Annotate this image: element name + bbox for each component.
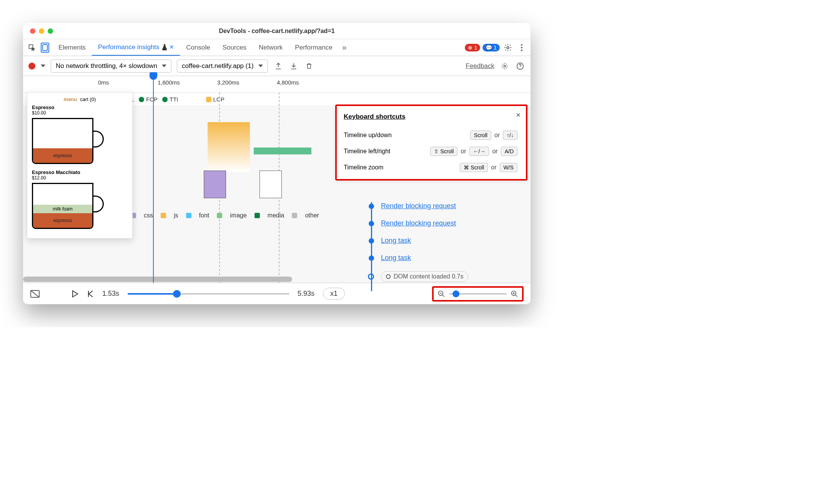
throttle-select[interactable]: No network throttling, 4× slowdown bbox=[51, 60, 171, 73]
inspect-icon[interactable] bbox=[26, 42, 38, 53]
screenshot-thumb[interactable] bbox=[204, 171, 226, 198]
legend-label: other bbox=[305, 212, 319, 219]
cup-foam-label: milk foam bbox=[33, 205, 92, 213]
throttle-label: No network throttling, 4× slowdown bbox=[56, 62, 157, 70]
tab-elements[interactable]: Elements bbox=[52, 39, 92, 56]
insight-item[interactable]: Render blocking request bbox=[381, 219, 531, 227]
horizontal-scrollbar[interactable] bbox=[23, 277, 292, 282]
or-text: or bbox=[492, 148, 497, 155]
marker-circle-icon bbox=[139, 97, 144, 102]
help-icon[interactable] bbox=[515, 61, 525, 71]
track-block[interactable] bbox=[208, 122, 250, 172]
tick-label: 0ms bbox=[98, 79, 109, 86]
device-toggle-icon[interactable] bbox=[41, 43, 49, 53]
flask-icon bbox=[162, 44, 167, 50]
tab-sources[interactable]: Sources bbox=[216, 39, 253, 56]
insight-item[interactable]: DOM content loaded 0.7s bbox=[381, 271, 531, 282]
cup-fill-label: espresso bbox=[33, 213, 92, 228]
import-icon[interactable] bbox=[289, 61, 299, 71]
tab-label: Elements bbox=[58, 44, 86, 51]
speed-toggle[interactable]: x1 bbox=[323, 288, 345, 300]
kebab-menu-icon[interactable] bbox=[516, 42, 527, 53]
export-icon[interactable] bbox=[273, 61, 283, 71]
record-menu-caret-icon[interactable] bbox=[41, 65, 45, 67]
marker-fcp[interactable]: FCP bbox=[139, 96, 158, 103]
slider-knob[interactable] bbox=[452, 290, 459, 297]
cup-icon: espresso bbox=[32, 118, 93, 164]
devtools-window: DevTools - coffee-cart.netlify.app/?ad=1… bbox=[23, 23, 531, 304]
or-text: or bbox=[491, 164, 496, 171]
tick-label: 3,200ms bbox=[217, 79, 240, 86]
tab-label: Sources bbox=[223, 44, 246, 51]
svg-rect-1 bbox=[43, 45, 47, 51]
more-tabs-icon[interactable]: » bbox=[339, 42, 350, 53]
marker-tti[interactable]: TTI bbox=[162, 96, 178, 103]
popup-title: Keyboard shortcuts bbox=[344, 113, 519, 121]
tab-performance[interactable]: Performance bbox=[289, 39, 338, 56]
no-preview-icon[interactable] bbox=[30, 290, 40, 298]
slider-knob[interactable] bbox=[173, 290, 181, 298]
insights-list: Render blocking request Render blocking … bbox=[361, 202, 531, 291]
playhead[interactable] bbox=[153, 76, 154, 283]
insight-link[interactable]: Render blocking request bbox=[381, 202, 456, 210]
screenshot-thumb[interactable] bbox=[259, 171, 282, 198]
svg-point-6 bbox=[504, 65, 506, 67]
shortcut-label: Timeline left/right bbox=[344, 148, 429, 155]
marker-square-icon bbox=[206, 97, 211, 102]
tab-console[interactable]: Console bbox=[180, 39, 216, 56]
insight-item[interactable]: Long task bbox=[381, 254, 531, 262]
legend-label: js bbox=[174, 212, 178, 219]
window-title: DevTools - coffee-cart.netlify.app/?ad=1 bbox=[23, 28, 531, 35]
dcl-label: DOM content loaded 0.7s bbox=[394, 273, 463, 280]
insight-item[interactable]: Long task bbox=[381, 237, 531, 245]
session-select[interactable]: coffee-cart.netlify.app (1) bbox=[177, 60, 268, 73]
error-badge[interactable]: ⊗1 bbox=[465, 44, 480, 51]
devtools-tabstrip: Elements Performance insights × Console … bbox=[23, 39, 531, 56]
preview-menu-link: menu bbox=[64, 96, 77, 102]
insights-timeline-line bbox=[371, 202, 372, 291]
tab-performance-insights[interactable]: Performance insights × bbox=[92, 39, 180, 56]
shortcut-row: Timeline left/right ⇧ Scroll or ←/→ or A… bbox=[344, 147, 519, 156]
key-badge: ⌘ Scroll bbox=[460, 163, 488, 172]
svg-point-4 bbox=[521, 47, 522, 48]
cup-fill-label: espresso bbox=[33, 148, 92, 163]
preview-menubar: menucart (0) bbox=[32, 96, 128, 102]
trash-icon[interactable] bbox=[304, 61, 314, 71]
shortcut-label: Timeline up/down bbox=[344, 132, 469, 139]
product-name: Espresso Macchiato bbox=[32, 169, 80, 175]
or-text: or bbox=[494, 132, 500, 139]
zoom-slider[interactable] bbox=[449, 293, 507, 295]
timeline-content[interactable]: css js font image media other menucart (… bbox=[23, 106, 531, 283]
record-button[interactable] bbox=[28, 63, 35, 70]
error-x-icon: ⊗ bbox=[468, 45, 472, 51]
tab-label: Network bbox=[259, 44, 283, 51]
feedback-link[interactable]: Feedback bbox=[466, 62, 494, 70]
insights-toolbar: No network throttling, 4× slowdown coffe… bbox=[23, 56, 531, 76]
message-badge[interactable]: 💬1 bbox=[482, 44, 500, 51]
legend-swatch bbox=[186, 213, 191, 218]
panel-settings-gear-icon[interactable] bbox=[500, 61, 510, 71]
session-label: coffee-cart.netlify.app (1) bbox=[182, 62, 253, 70]
insight-link[interactable]: Render blocking request bbox=[381, 219, 456, 227]
skip-start-icon[interactable] bbox=[87, 290, 94, 298]
insight-link[interactable]: Long task bbox=[381, 254, 411, 262]
keyboard-shortcuts-popup: Keyboard shortcuts × Timeline up/down Sc… bbox=[335, 104, 527, 181]
marker-lcp[interactable]: LCP bbox=[206, 96, 225, 103]
close-icon[interactable]: × bbox=[516, 111, 521, 119]
settings-gear-icon[interactable] bbox=[502, 42, 514, 53]
close-tab-icon[interactable]: × bbox=[170, 43, 174, 51]
play-icon[interactable] bbox=[72, 290, 78, 298]
timeline-ruler[interactable]: 0ms 1,600ms 3,200ms 4,800ms bbox=[23, 76, 531, 93]
playback-slider[interactable] bbox=[128, 293, 289, 295]
insight-item[interactable]: Render blocking request bbox=[381, 202, 531, 210]
marker-label: TTI bbox=[170, 96, 178, 103]
track-block-green[interactable] bbox=[254, 148, 311, 154]
legend-swatch bbox=[292, 213, 297, 218]
product-price: $10.00 bbox=[32, 110, 128, 116]
message-icon: 💬 bbox=[486, 45, 492, 51]
legend-swatch bbox=[161, 213, 166, 218]
insight-link[interactable]: Long task bbox=[381, 237, 411, 245]
or-text: or bbox=[461, 148, 466, 155]
product-name: Espresso bbox=[32, 104, 55, 110]
tab-network[interactable]: Network bbox=[253, 39, 289, 56]
